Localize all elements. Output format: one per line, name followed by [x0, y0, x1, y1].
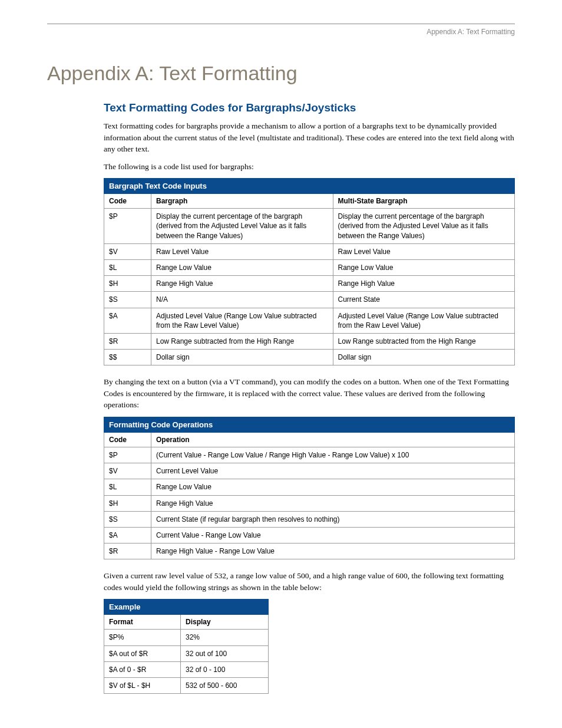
table-banner: Formatting Code Operations: [104, 417, 515, 433]
section-heading: Text Formatting Codes for Bargraphs/Joys…: [104, 101, 515, 114]
table-cell: Display the current percentage of the ba…: [151, 209, 333, 244]
table-cell: 532 of 500 - 600: [181, 678, 269, 694]
table-cell: Adjusted Level Value (Range Low Value su…: [151, 308, 333, 333]
table-row: $HRange High ValueRange High Value: [104, 276, 515, 292]
table-cell: Range Low Value: [333, 260, 515, 276]
table-cell: Range High Value: [333, 276, 515, 292]
table-cell: 32%: [181, 630, 269, 645]
table-row: $PDisplay the current percentage of the …: [104, 209, 515, 244]
col-code: Code: [104, 433, 151, 447]
table-cell: $V: [104, 463, 151, 479]
table-cell: Range High Value: [151, 276, 333, 292]
table-cell: $A: [104, 308, 151, 333]
table-cell: Dollar sign: [151, 350, 333, 365]
table-example: Example Format Display $P%32%$A out of $…: [104, 599, 269, 694]
table-cell: N/A: [151, 292, 333, 308]
table-row: $SCurrent State (if regular bargraph the…: [104, 511, 515, 527]
table-cell: $S: [104, 292, 151, 308]
table-cell: 32 of 0 - 100: [181, 661, 269, 677]
table-row: $LRange Low ValueRange Low Value: [104, 260, 515, 276]
table-row: $ACurrent Value - Range Low Value: [104, 527, 515, 543]
table-cell: 32 out of 100: [181, 645, 269, 661]
intro-paragraph-2: The following is a code list used for ba…: [104, 161, 515, 173]
table-banner: Bargraph Text Code Inputs: [104, 179, 515, 194]
table-cell: Current State: [333, 292, 515, 308]
table-cell: $R: [104, 543, 151, 559]
table-row: $P%32%: [104, 630, 269, 645]
table-cell: $A: [104, 527, 151, 543]
table-row: $VRaw Level ValueRaw Level Value: [104, 243, 515, 259]
page-title: Appendix A: Text Formatting: [47, 62, 515, 85]
table-row: $RRange High Value - Range Low Value: [104, 543, 515, 559]
table-row: $$Dollar signDollar sign: [104, 350, 515, 365]
table-cell: Dollar sign: [333, 350, 515, 365]
col-code: Code: [104, 194, 151, 209]
table-cell: (Current Value - Range Low Value / Range…: [151, 447, 515, 463]
paragraph-4: Given a current raw level value of 532, …: [104, 570, 515, 593]
col-bargraph: Bargraph: [151, 194, 333, 209]
table-cell: $A of 0 - $R: [104, 661, 181, 677]
table-row: $RLow Range subtracted from the High Ran…: [104, 333, 515, 349]
paragraph-3: By changing the text on a button (via a …: [104, 376, 515, 411]
table-cell: Range High Value: [151, 495, 515, 511]
col-multistate: Multi-State Bargraph: [333, 194, 515, 209]
table-cell: $L: [104, 479, 151, 495]
table-cell: Range High Value - Range Low Value: [151, 543, 515, 559]
table-cell: $L: [104, 260, 151, 276]
table-cell: $$: [104, 350, 151, 365]
table-cell: Low Range subtracted from the High Range: [151, 333, 333, 349]
running-head: Appendix A: Text Formatting: [47, 28, 515, 36]
table-cell: $A out of $R: [104, 645, 181, 661]
table-cell: Current State (if regular bargraph then …: [151, 511, 515, 527]
table-cell: Display the current percentage of the ba…: [333, 209, 515, 244]
table-cell: $H: [104, 276, 151, 292]
col-format: Format: [104, 615, 181, 630]
table-cell: $P: [104, 209, 151, 244]
table-row: $LRange Low Value: [104, 479, 515, 495]
table-banner: Example: [104, 599, 269, 615]
table-cell: $P: [104, 447, 151, 463]
table-cell: Adjusted Level Value (Range Low Value su…: [333, 308, 515, 333]
table-row: $P(Current Value - Range Low Value / Ran…: [104, 447, 515, 463]
table-bargraph-codes: Bargraph Text Code Inputs Code Bargraph …: [104, 178, 515, 365]
table-row: $AAdjusted Level Value (Range Low Value …: [104, 308, 515, 333]
table-row: $HRange High Value: [104, 495, 515, 511]
table-row: $A of 0 - $R32 of 0 - 100: [104, 661, 269, 677]
col-display: Display: [181, 615, 269, 630]
table-cell: $S: [104, 511, 151, 527]
table-cell: Current Value - Range Low Value: [151, 527, 515, 543]
table-cell: Raw Level Value: [151, 243, 333, 259]
table-row: $VCurrent Level Value: [104, 463, 515, 479]
table-cell: Raw Level Value: [333, 243, 515, 259]
table-cell: Range Low Value: [151, 479, 515, 495]
table-row: $A out of $R32 out of 100: [104, 645, 269, 661]
col-operation: Operation: [151, 433, 515, 447]
table-cell: $R: [104, 333, 151, 349]
table-cell: $V: [104, 243, 151, 259]
table-row: $SN/ACurrent State: [104, 292, 515, 308]
intro-paragraph-1: Text formatting codes for bargraphs prov…: [104, 120, 515, 155]
table-cell: $P%: [104, 630, 181, 645]
table-row: $V of $L - $H532 of 500 - 600: [104, 678, 269, 694]
table-formatting-ops: Formatting Code Operations Code Operatio…: [104, 417, 515, 559]
table-cell: $H: [104, 495, 151, 511]
table-cell: Current Level Value: [151, 463, 515, 479]
table-cell: $V of $L - $H: [104, 678, 181, 694]
table-cell: Range Low Value: [151, 260, 333, 276]
table-cell: Low Range subtracted from the High Range: [333, 333, 515, 349]
